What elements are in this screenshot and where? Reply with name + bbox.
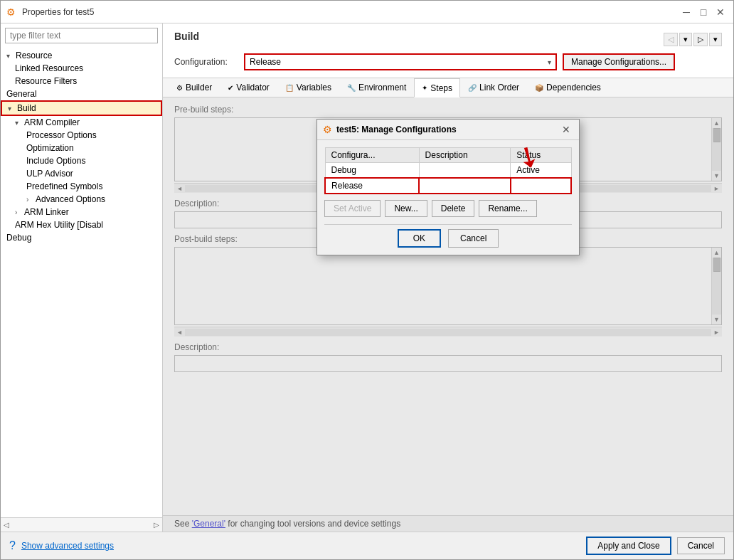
expand-icon: ▾ bbox=[8, 105, 15, 112]
config-release-desc bbox=[419, 178, 511, 194]
col-status: Status bbox=[511, 148, 571, 163]
modal-ok-row: OK Cancel bbox=[324, 229, 572, 248]
page-title: Build bbox=[174, 31, 199, 42]
expand-icon: › bbox=[15, 208, 22, 216]
tree-item-optimization[interactable]: Optimization bbox=[1, 142, 162, 154]
tree-item-arm-compiler[interactable]: ▾ ARM Compiler bbox=[1, 116, 162, 129]
tree-item-resource[interactable]: ▾ Resource bbox=[1, 49, 162, 62]
tree-item-label: ARM Linker bbox=[24, 207, 69, 217]
set-active-button[interactable]: Set Active bbox=[324, 200, 381, 217]
modal-separator bbox=[324, 224, 572, 225]
modal-close-button[interactable]: ✕ bbox=[559, 124, 573, 135]
modal-cancel-button[interactable]: Cancel bbox=[448, 229, 499, 248]
left-panel: ▾ Resource Linked Resources Resource Fil… bbox=[1, 23, 163, 532]
steps-icon: ✦ bbox=[422, 84, 427, 92]
link-order-icon: 🔗 bbox=[468, 84, 477, 92]
tree-item-advanced-options[interactable]: › Advanced Options bbox=[1, 193, 162, 206]
tree-item-label: ARM Hex Utility [Disabl bbox=[15, 220, 103, 230]
modal-icon: ⚙ bbox=[323, 124, 332, 135]
variables-icon: 📋 bbox=[285, 84, 294, 92]
tree-item-label: Predefined Symbols bbox=[26, 181, 102, 191]
nav-back[interactable]: ◁ bbox=[664, 33, 678, 46]
left-panel-footer: ◁ ▷ bbox=[1, 517, 162, 532]
environment-icon: 🔧 bbox=[347, 84, 356, 92]
config-dropdown[interactable]: Release ▾ bbox=[244, 53, 557, 70]
properties-window: ⚙ Properties for test5 ─ □ ✕ ▾ Resource … bbox=[0, 0, 734, 560]
tab-link-order[interactable]: 🔗 Link Order bbox=[460, 78, 527, 97]
tree-item-general[interactable]: General bbox=[1, 88, 162, 100]
table-row-debug[interactable]: Debug Active bbox=[325, 163, 571, 179]
right-header: Build ◁ ▾ ▷ ▾ Configuration: Release ▾ M… bbox=[163, 23, 733, 78]
show-advanced-settings-link[interactable]: Show advanced settings bbox=[21, 541, 580, 551]
tab-dependencies[interactable]: 📦 Dependencies bbox=[527, 78, 609, 97]
dependencies-icon: 📦 bbox=[535, 84, 543, 92]
nav-forward-dd[interactable]: ▾ bbox=[709, 33, 722, 46]
tree-item-predefined-symbols[interactable]: Predefined Symbols bbox=[1, 180, 162, 193]
tree-item-label: Include Options bbox=[26, 156, 85, 166]
col-config: Configura... bbox=[325, 148, 419, 163]
tree: ▾ Resource Linked Resources Resource Fil… bbox=[1, 48, 162, 517]
tree-item-ulp-advisor[interactable]: ULP Advisor bbox=[1, 167, 162, 180]
close-button[interactable]: ✕ bbox=[713, 5, 728, 19]
tree-item-resource-filters[interactable]: Resource Filters bbox=[1, 75, 162, 88]
tree-item-label: Linked Resources bbox=[15, 63, 83, 73]
tree-item-debug[interactable]: Debug bbox=[1, 231, 162, 244]
col-description: Description bbox=[419, 148, 511, 163]
maximize-button[interactable]: □ bbox=[696, 5, 711, 19]
nav-back-dd[interactable]: ▾ bbox=[679, 33, 692, 46]
apply-close-button[interactable]: Apply and Close bbox=[586, 537, 671, 555]
tab-validator[interactable]: ✔ Validator bbox=[220, 78, 277, 97]
scroll-left-arrow[interactable]: ◁ bbox=[4, 521, 9, 529]
title-bar-controls: ─ □ ✕ bbox=[679, 5, 728, 19]
tab-builder[interactable]: ⚙ Builder bbox=[169, 78, 220, 97]
window-icon: ⚙ bbox=[6, 6, 18, 18]
manage-configurations-button[interactable]: Manage Configurations... bbox=[563, 53, 675, 70]
modal-action-buttons: Set Active New... Delete Rename... bbox=[324, 200, 572, 217]
modal-title: test5: Manage Configurations bbox=[336, 125, 555, 134]
build-content-area: Pre-build steps: ▲ ▼ ◄ bbox=[163, 97, 733, 532]
rename-button[interactable]: Rename... bbox=[479, 200, 536, 217]
tree-item-arm-linker[interactable]: › ARM Linker bbox=[1, 206, 162, 218]
tree-item-label: Optimization bbox=[26, 143, 74, 153]
main-content: ▾ Resource Linked Resources Resource Fil… bbox=[1, 23, 733, 532]
builder-icon: ⚙ bbox=[176, 84, 183, 92]
config-label: Configuration: bbox=[174, 57, 238, 67]
tree-item-label: Advanced Options bbox=[36, 194, 105, 204]
tree-item-label: Debug bbox=[6, 233, 31, 243]
dropdown-arrow-icon: ▾ bbox=[548, 58, 551, 66]
delete-button[interactable]: Delete bbox=[432, 200, 475, 217]
tree-item-arm-hex-utility[interactable]: ARM Hex Utility [Disabl bbox=[1, 218, 162, 231]
tab-variables[interactable]: 📋 Variables bbox=[277, 78, 339, 97]
tree-item-label: Processor Options bbox=[26, 130, 97, 140]
tree-item-label: ULP Advisor bbox=[26, 169, 73, 179]
tree-item-build[interactable]: ▾ Build bbox=[1, 100, 162, 116]
table-row-release[interactable]: Release bbox=[325, 178, 571, 194]
cancel-button[interactable]: Cancel bbox=[677, 537, 725, 554]
filter-input[interactable] bbox=[5, 28, 158, 43]
tree-item-label: General bbox=[6, 89, 37, 99]
config-debug: Debug bbox=[325, 163, 419, 179]
minimize-button[interactable]: ─ bbox=[679, 5, 693, 19]
tree-item-label: Resource Filters bbox=[15, 76, 77, 86]
tab-bar: ⚙ Builder ✔ Validator 📋 Variables 🔧 Envi… bbox=[163, 78, 733, 97]
expand-icon: › bbox=[26, 196, 33, 204]
new-button[interactable]: New... bbox=[385, 200, 427, 217]
bottom-bar: ? Show advanced settings Apply and Close… bbox=[1, 532, 733, 559]
tab-environment[interactable]: 🔧 Environment bbox=[339, 78, 414, 97]
tree-item-include-options[interactable]: Include Options bbox=[1, 154, 162, 167]
tree-item-label: Build bbox=[17, 103, 36, 113]
help-icon[interactable]: ? bbox=[9, 539, 16, 552]
tree-item-processor-options[interactable]: Processor Options bbox=[1, 129, 162, 142]
validator-icon: ✔ bbox=[228, 84, 233, 92]
scroll-right-arrow[interactable]: ▷ bbox=[154, 521, 159, 529]
tab-steps[interactable]: ✦ Steps bbox=[414, 78, 460, 97]
nav-arrows: ◁ ▾ ▷ ▾ bbox=[664, 33, 722, 46]
tree-item-linked-resources[interactable]: Linked Resources bbox=[1, 62, 162, 75]
config-row: Configuration: Release ▾ Manage Configur… bbox=[174, 53, 722, 70]
nav-forward[interactable]: ▷ bbox=[693, 33, 708, 46]
config-debug-status: Active bbox=[511, 163, 571, 179]
ok-button[interactable]: OK bbox=[398, 229, 441, 248]
config-debug-desc bbox=[419, 163, 511, 179]
expand-icon: ▾ bbox=[6, 52, 14, 60]
config-release-status bbox=[511, 178, 571, 194]
